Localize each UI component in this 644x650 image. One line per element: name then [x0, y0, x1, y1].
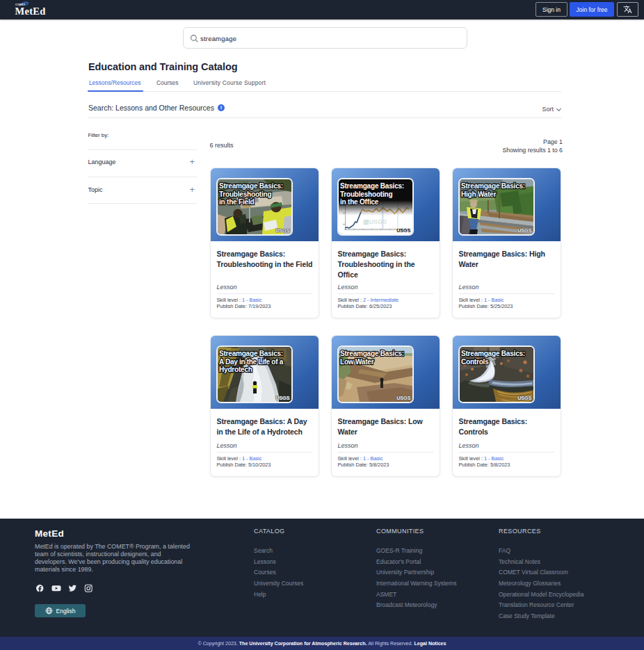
svg-text:▦USGS: ▦USGS: [363, 218, 387, 225]
svg-text:Streamgage Basics:: Streamgage Basics:: [461, 182, 525, 190]
svg-text:USGS: USGS: [275, 227, 290, 234]
svg-text:Hydrotech: Hydrotech: [219, 366, 252, 373]
svg-text:in the Office: in the Office: [340, 198, 379, 206]
svg-text:Streamgage Basics:: Streamgage Basics:: [219, 182, 283, 190]
svg-text:Streamgage Basics:: Streamgage Basics:: [340, 182, 404, 190]
svg-text:A Day in the Life of a: A Day in the Life of a: [219, 358, 284, 366]
svg-text:Low Water: Low Water: [340, 358, 374, 366]
svg-text:Streamgage Basics:: Streamgage Basics:: [219, 350, 283, 357]
svg-text:USGS: USGS: [275, 395, 290, 401]
svg-text:USGS: USGS: [396, 227, 411, 234]
svg-text:High Water: High Water: [461, 190, 497, 198]
svg-text:in the Field: in the Field: [219, 198, 254, 206]
svg-text:Troubleshooting: Troubleshooting: [219, 190, 271, 198]
svg-text:Streamgage Basics:: Streamgage Basics:: [340, 350, 404, 357]
svg-text:Streamgage Basics:: Streamgage Basics:: [461, 350, 525, 357]
svg-text:Troubleshooting: Troubleshooting: [340, 190, 392, 198]
svg-text:USGS: USGS: [396, 395, 411, 401]
svg-text:USGS: USGS: [517, 395, 532, 401]
svg-text:USGS: USGS: [517, 227, 532, 234]
svg-text:Controls: Controls: [461, 358, 489, 366]
